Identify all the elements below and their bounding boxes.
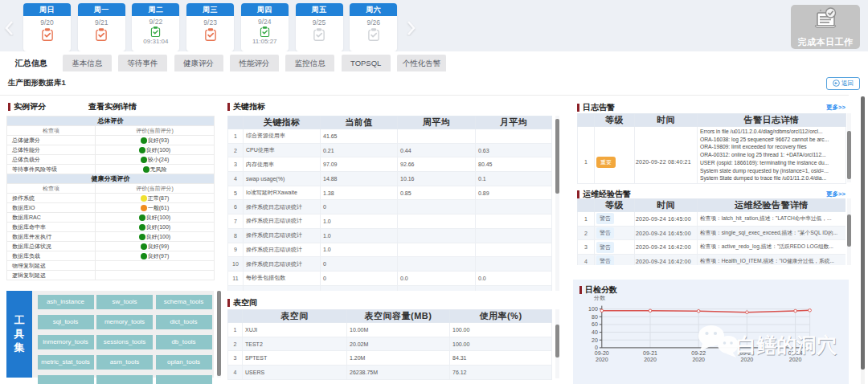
svg-text:分数: 分数 bbox=[593, 296, 606, 300]
svg-text:80: 80 bbox=[592, 314, 598, 320]
svg-text:2020: 2020 bbox=[644, 357, 657, 362]
svg-text:20: 20 bbox=[592, 337, 598, 343]
svg-text:白鳝的洞穴: 白鳝的洞穴 bbox=[736, 333, 837, 356]
svg-text:100: 100 bbox=[588, 306, 598, 312]
svg-text:09-20: 09-20 bbox=[595, 350, 609, 356]
svg-text:2020: 2020 bbox=[596, 357, 608, 362]
svg-text:09-21: 09-21 bbox=[643, 350, 657, 356]
svg-text:40: 40 bbox=[592, 329, 598, 335]
svg-text:60: 60 bbox=[592, 321, 598, 327]
